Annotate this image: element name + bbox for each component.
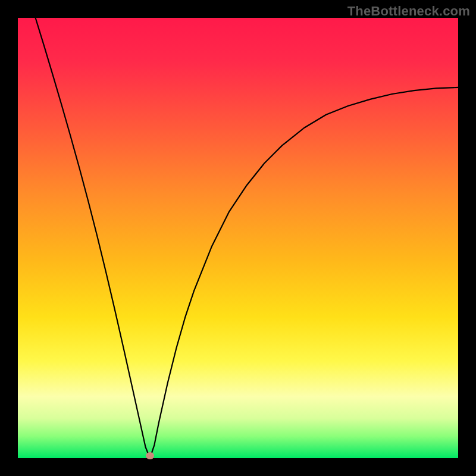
watermark-text: TheBottleneck.com (347, 4, 470, 19)
plot-area (18, 18, 458, 458)
chart-frame: TheBottleneck.com (0, 0, 476, 476)
chart-svg (18, 18, 458, 458)
bottleneck-curve (36, 18, 458, 458)
min-point-marker (146, 452, 154, 459)
